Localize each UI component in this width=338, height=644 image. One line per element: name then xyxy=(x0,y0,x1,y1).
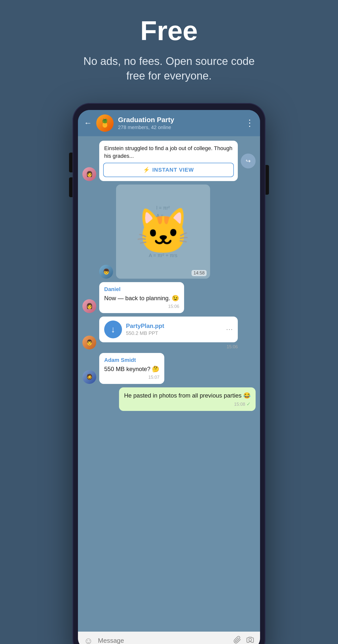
sticker-message-row: 👦 l = πr² A = … V = l³ P = 2πr A = πr² s… xyxy=(99,184,256,279)
sender-name: Adam Smidt xyxy=(104,357,159,363)
chat-header-info: Graduation Party 278 members, 42 online xyxy=(118,116,241,130)
share-button[interactable]: ↪ xyxy=(241,154,256,168)
sticker-time: 14:58 xyxy=(192,270,207,276)
avatar: 👩 xyxy=(82,167,96,181)
own-message-bubble: He pasted in photos from all previous pa… xyxy=(119,388,256,411)
share-icon: ↪ xyxy=(246,158,251,164)
volume-down-button xyxy=(69,177,72,197)
more-options-button[interactable]: ⋮ xyxy=(245,118,254,128)
article-text: Einstein struggled to find a job out of … xyxy=(99,141,238,163)
file-time: 15:06 xyxy=(99,344,238,350)
chat-body: 👩 Einstein struggled to find a job out o… xyxy=(78,136,260,632)
file-info: PartyPlan.ppt 550.2 MB PPT xyxy=(126,322,222,336)
download-button[interactable]: ↓ xyxy=(104,320,122,338)
message-time: 15:07 xyxy=(104,375,159,380)
table-row: 👨 ↓ PartyPlan.ppt 550.2 MB PPT ⋯ 15:06 xyxy=(82,316,256,350)
instant-view-label: INSTANT VIEW xyxy=(152,167,194,173)
message-text: He pasted in photos from all previous pa… xyxy=(124,391,251,400)
avatar-emoji: 👩 xyxy=(86,303,93,309)
check-icon: ✓ xyxy=(247,401,251,407)
sender-name: Daniel xyxy=(104,286,179,292)
camera-button[interactable] xyxy=(246,636,254,644)
cat-sticker: 🐱 xyxy=(135,205,191,258)
chat-header: ← 🍍 Graduation Party 278 members, 42 onl… xyxy=(78,110,260,136)
sticker-area: l = πr² A = … V = l³ P = 2πr A = πr² s =… xyxy=(116,184,210,279)
message-bubble: Daniel Now — back to planning. 😉 15:06 xyxy=(99,282,184,313)
avatar-emoji: 👩 xyxy=(86,171,93,177)
back-button[interactable]: ← xyxy=(84,118,92,128)
table-row: He pasted in photos from all previous pa… xyxy=(82,388,256,411)
phone-mockup: ← 🍍 Graduation Party 278 members, 42 onl… xyxy=(72,103,266,644)
table-row: 👩 Daniel Now — back to planning. 😉 15:06 xyxy=(82,282,256,313)
group-sub: 278 members, 42 online xyxy=(118,124,241,130)
hero-subtitle: No ads, no fees. Open source code free f… xyxy=(72,54,266,83)
emoji-button[interactable]: ☺ xyxy=(84,636,93,644)
file-menu-button[interactable]: ⋯ xyxy=(226,325,233,334)
svg-point-0 xyxy=(249,638,252,641)
hero-title: Free xyxy=(140,15,198,46)
avatar: 👨 xyxy=(82,336,96,350)
group-avatar: 🍍 xyxy=(96,114,114,132)
table-row: 👩 Einstein struggled to find a job out o… xyxy=(82,141,256,181)
group-avatar-icon: 🍍 xyxy=(100,118,110,128)
message-text: 550 MB keynote? 🤔 xyxy=(104,365,159,373)
message-text: Now — back to planning. 😉 xyxy=(104,294,179,302)
message-input[interactable] xyxy=(98,637,228,644)
avatar: 👩 xyxy=(82,299,96,313)
avatar-emoji: 👨 xyxy=(86,339,93,346)
message-bubble: Adam Smidt 550 MB keynote? 🤔 15:07 xyxy=(99,353,164,384)
volume-up-button xyxy=(69,152,72,172)
file-name: PartyPlan.ppt xyxy=(126,322,222,330)
file-size: 550.2 MB PPT xyxy=(126,330,222,336)
article-bubble: Einstein struggled to find a job out of … xyxy=(99,141,238,181)
message-time: 15:08 ✓ xyxy=(124,401,251,407)
avatar-emoji: 👦 xyxy=(103,268,110,275)
phone-screen: ← 🍍 Graduation Party 278 members, 42 onl… xyxy=(78,110,260,644)
message-time: 15:06 xyxy=(104,304,179,309)
table-row: 🧔 Adam Smidt 550 MB keynote? 🤔 15:07 xyxy=(82,353,256,384)
lightning-icon: ⚡ xyxy=(143,167,150,173)
attach-button[interactable] xyxy=(233,636,241,644)
file-bubble: ↓ PartyPlan.ppt 550.2 MB PPT ⋯ xyxy=(99,316,238,342)
power-button xyxy=(266,165,269,195)
group-name: Graduation Party xyxy=(118,116,241,124)
avatar-emoji: 🧔 xyxy=(86,374,93,380)
avatar: 🧔 xyxy=(82,370,96,384)
avatar: 👦 xyxy=(99,265,113,279)
input-bar: ☺ xyxy=(78,632,260,644)
download-icon: ↓ xyxy=(111,324,115,335)
instant-view-button[interactable]: ⚡ INSTANT VIEW xyxy=(103,163,234,177)
